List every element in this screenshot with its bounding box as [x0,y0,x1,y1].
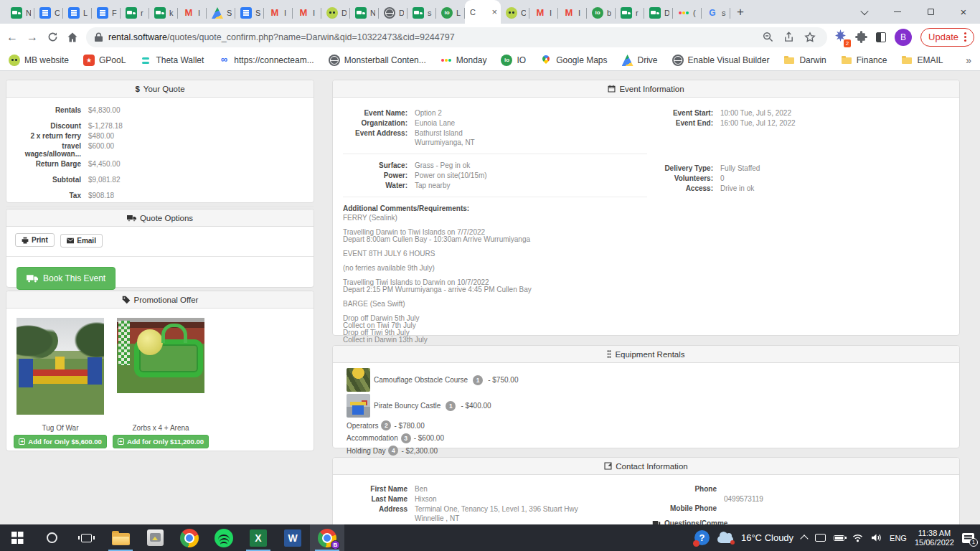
task-view-button[interactable] [69,524,103,551]
bookmark-item[interactable]: Google Maps [540,55,607,66]
browser-tab[interactable]: C × [465,0,501,24]
browser-tab[interactable]: k [149,2,178,24]
browser-tab[interactable]: r [121,2,149,24]
photos-icon [147,529,164,546]
tablet-mode-icon[interactable] [815,534,826,542]
chrome-button[interactable] [172,524,207,551]
reload-icon[interactable] [46,31,59,44]
browser-tab[interactable]: L [436,2,465,24]
file-explorer-button[interactable] [103,524,138,551]
taskbar-clock[interactable]: 11:38 AM15/06/2022 [915,529,954,547]
quote-row-value: $600.00 [88,142,114,150]
browser-tab[interactable]: I [529,2,558,24]
promo-add-button[interactable]: + Add for Only $5,600.00 [14,435,106,448]
promotional-offer-panel: Promotional Offer Tug Of War + Add for O… [6,291,314,451]
chrome-update-button[interactable]: Update [920,28,974,47]
browser-tab[interactable]: C [501,2,529,24]
bookmark-item[interactable]: MB website [9,55,69,66]
tab-favicon [326,7,338,19]
browser-menu-icon[interactable] [964,36,966,38]
spotify-button[interactable] [207,524,241,551]
bookmark-favicon [841,55,852,66]
extension-spark-icon[interactable]: 2 [834,29,847,44]
browser-tab[interactable]: S [207,2,235,24]
back-icon[interactable]: ← [6,31,19,44]
browser-tab[interactable]: I [558,2,587,24]
browser-tab[interactable]: S [235,2,264,24]
bookmark-item[interactable]: Finance [841,55,887,66]
volume-icon[interactable] [871,533,882,542]
home-icon[interactable] [66,31,79,44]
action-center-icon[interactable]: 1 [962,533,974,543]
bookmarks-overflow-chevron[interactable]: » [966,55,971,66]
tab-close-icon[interactable]: × [491,7,497,17]
weather-cloud-icon[interactable] [717,536,733,543]
tab-search-chevron-icon[interactable] [848,0,881,24]
browser-tab[interactable]: F [92,2,121,24]
tab-title: L [456,9,461,17]
profile-avatar[interactable]: B [895,29,912,46]
event-field: Surface:Grass - Peg in ok [343,161,647,169]
browser-tab[interactable]: N [350,2,379,24]
browser-tab[interactable]: D [644,2,673,24]
browser-tab[interactable]: r [616,2,644,24]
bookmark-item[interactable]: Darwin [783,55,826,66]
browser-tab[interactable]: s [407,2,436,24]
word-button[interactable]: W [275,524,310,551]
battery-icon[interactable] [834,535,844,541]
extensions-puzzle-icon[interactable] [855,31,867,43]
bookmark-item[interactable]: Monday [440,55,487,66]
bookmark-item[interactable]: Theta Wallet [140,55,204,66]
new-tab-button[interactable]: + [730,2,750,22]
browser-tab[interactable]: D [379,2,407,24]
event-field: Delivery Type:Fully Staffed [652,164,953,172]
excel-button[interactable]: X [241,524,275,551]
browser-tab[interactable]: b [587,2,616,24]
wifi-icon[interactable] [852,533,863,542]
window-minimize-button[interactable] [881,0,914,24]
tab-title: I [578,9,580,17]
bookmark-star-icon[interactable] [804,32,816,43]
questions-comments-link[interactable]: Questions/Comme... [652,519,953,524]
browser-tab[interactable]: s [702,2,730,24]
plus-icon: + [118,438,124,445]
email-button[interactable]: Email [60,234,103,248]
chrome-profile-window-button[interactable]: B [310,524,344,551]
cortana-button[interactable] [34,524,69,551]
share-icon[interactable] [783,32,794,42]
browser-tab[interactable]: I [264,2,293,24]
browser-tab[interactable]: C [34,2,63,24]
promo-add-button[interactable]: + Add for Only $11,200.00 [113,435,209,448]
start-button[interactable] [0,524,34,551]
language-indicator[interactable]: ENG [890,534,907,542]
tray-expand-chevron-icon[interactable] [800,534,808,542]
browser-tab[interactable]: I [293,2,321,24]
side-panel-icon[interactable] [876,32,886,42]
envelope-icon [67,237,74,244]
zoom-icon[interactable] [763,32,773,42]
book-this-event-button[interactable]: Book This Event [17,267,116,290]
bookmark-item[interactable]: GPooL [83,55,126,66]
window-close-button[interactable]: × [947,0,980,24]
window-maximize-button[interactable] [914,0,947,24]
tab-favicon [298,7,309,19]
bookmark-item[interactable]: Enable Visual Builder [672,55,770,66]
bookmark-item[interactable]: https://connecteam... [218,55,314,66]
event-information-header: Event Information [333,80,959,98]
forward-icon[interactable]: → [26,31,39,44]
help-tray-icon[interactable]: ? [694,530,710,545]
bookmark-item[interactable]: Drive [622,55,658,66]
browser-tab[interactable]: D [321,2,350,24]
bookmark-item[interactable]: EMAIL [901,55,943,66]
browser-tab[interactable]: I [178,2,207,24]
bookmark-item[interactable]: IO [501,55,526,66]
photos-app-button[interactable] [138,524,172,551]
browser-tab[interactable]: N [6,2,34,24]
browser-tab[interactable]: ( [673,2,702,24]
print-button[interactable]: Print [15,233,55,247]
event-field: Event Start:10:00 Tue, Jul 5, 2022 [652,109,953,117]
browser-tab[interactable]: L [63,2,92,24]
bookmark-item[interactable]: Monsterball Conten... [329,55,426,66]
address-bar[interactable]: rental.software/quotes/quote_confirm.php… [86,27,827,47]
weather-widget[interactable]: 16°C Cloudy [741,532,793,543]
